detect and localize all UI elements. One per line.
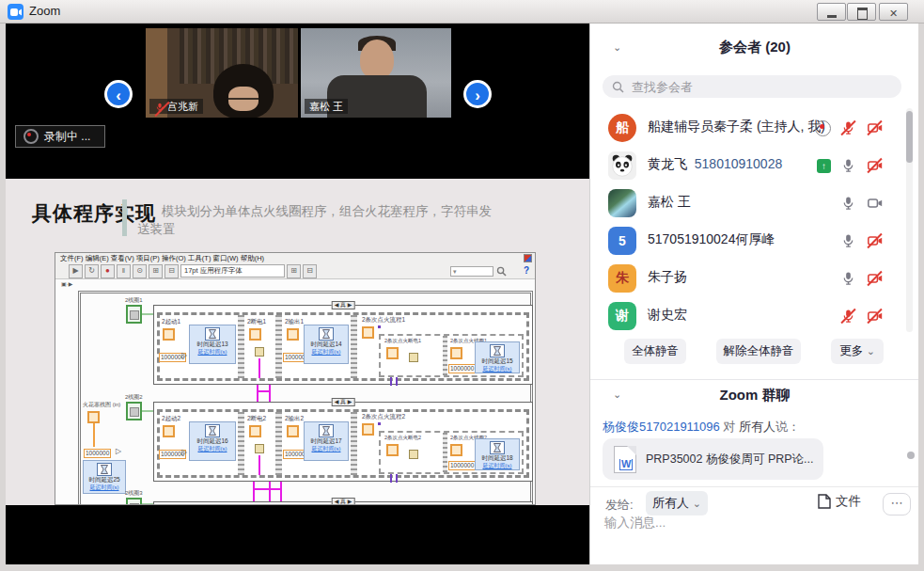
sequence-divider <box>238 315 244 378</box>
search-input[interactable] <box>630 79 869 95</box>
participant-name: 船建辅导员秦子柔 (主持人, 我) <box>648 119 825 135</box>
avatar: 谢 <box>608 302 636 330</box>
participant-row[interactable]: 船 船建辅导员秦子柔 (主持人, 我) <box>590 109 906 147</box>
delay-title: 时间延迟15 <box>476 357 519 365</box>
chat-sender-name[interactable]: 杨俊俊517021911096 <box>603 420 720 434</box>
chevron-right-icon: › <box>475 87 480 104</box>
delay-title: 时间延迟14 <box>305 341 348 348</box>
participant-row[interactable]: 嘉松 王 <box>590 184 906 222</box>
close-button[interactable]: ✕ <box>879 3 908 21</box>
wire <box>390 474 392 483</box>
video-participant-name: 宫兆新 <box>167 99 198 114</box>
frame-label: 2起动1 <box>162 318 180 326</box>
wire <box>142 503 153 505</box>
chevron-left-icon: ‹ <box>116 87 121 104</box>
frame-label: 2条次点火断电2 <box>384 435 421 441</box>
maximize-button[interactable] <box>847 3 876 21</box>
participant-search[interactable] <box>603 75 901 98</box>
participant-row[interactable]: 朱 朱子扬 <box>590 260 906 297</box>
numeric-constant: 1000000 <box>448 364 476 373</box>
wire <box>396 474 398 483</box>
file-name: PRP35002 杨俊俊周可 PRP论... <box>646 452 815 468</box>
chat-footer-divider <box>590 486 918 487</box>
mic-muted-icon <box>840 119 857 136</box>
wire <box>253 482 255 502</box>
mic-icon <box>840 157 857 174</box>
frame-label: 2断电1 <box>247 318 266 326</box>
case-selector-tab: ◀ 真 ▶ <box>332 398 355 406</box>
search-icon <box>612 81 624 93</box>
case-selector-tab: ◀ 真 ▶ <box>332 301 355 309</box>
maximize-icon <box>857 8 868 20</box>
participant-row[interactable]: 5 517051910024何厚峰 <box>590 222 906 260</box>
wire <box>269 482 271 502</box>
previous-videos-button[interactable]: ‹ <box>104 80 133 108</box>
avatar-photo <box>608 189 636 217</box>
participant-row[interactable]: 黄龙飞 518010910028 ↑ <box>590 147 906 184</box>
video-tile-1[interactable]: 宫兆新 <box>146 28 298 118</box>
zoom-app-icon <box>8 4 23 20</box>
daq-node <box>249 425 261 437</box>
daq-node <box>163 425 175 437</box>
close-icon: ✕ <box>889 8 898 19</box>
participant-id: 518010910028 <box>695 156 782 171</box>
more-button[interactable]: 更多 ⌄ <box>831 339 884 364</box>
video-tile-2[interactable]: 嘉松 王 <box>301 28 451 118</box>
wire <box>390 377 392 386</box>
delay-title: 时间延迟17 <box>305 437 348 445</box>
daq-write-icon <box>126 402 142 420</box>
participant-name: 517051910024何厚峰 <box>648 231 775 248</box>
word-document-icon <box>614 446 636 473</box>
time-delay-block: 时间延迟17 延迟时间(s) <box>304 421 349 461</box>
frame-label: 2条次点火流程1 <box>362 316 405 325</box>
chat-preposition: 对 <box>723 420 735 434</box>
send-to-label: 发给: <box>605 497 634 514</box>
video-on-icon <box>867 195 884 212</box>
daq-node <box>362 423 374 436</box>
wire <box>258 358 260 378</box>
mic-icon <box>840 195 857 212</box>
hourglass-icon <box>319 327 334 341</box>
recording-indicator: 录制中 ... <box>15 125 105 148</box>
recording-status-icon <box>815 120 831 136</box>
labview-logo-icon <box>524 254 532 262</box>
wire <box>142 410 153 412</box>
hourglass-icon <box>490 344 505 357</box>
message-input[interactable] <box>603 513 903 558</box>
hourglass-icon <box>205 424 220 437</box>
avatar: 船 <box>608 114 636 142</box>
participants-scrollbar-thumb[interactable] <box>906 111 913 163</box>
participant-row[interactable]: 谢 谢史宏 <box>590 297 906 332</box>
unmute-all-button[interactable]: 解除全体静音 <box>716 339 801 364</box>
daq-node <box>386 347 399 359</box>
wire <box>280 482 282 502</box>
pause-icon: ‖ <box>117 264 131 278</box>
coil-label: 2线圈2 <box>125 394 143 401</box>
mute-all-button[interactable]: 全体静音 <box>624 339 686 364</box>
video-off-icon <box>867 157 884 174</box>
minimize-button[interactable] <box>817 3 846 21</box>
property-node <box>255 444 264 453</box>
zoom-window: Zoom ✕ 宫兆新 嘉松 王 <box>0 0 924 571</box>
daq-node <box>287 328 299 341</box>
sequence-divider <box>443 336 447 375</box>
more-label: 更多 <box>839 344 863 357</box>
numeric-constant: 1000000 <box>448 461 476 470</box>
sequence-divider <box>443 433 447 472</box>
chevron-down-icon: ⌄ <box>867 345 875 357</box>
send-to-value: 所有人 <box>652 496 689 510</box>
case-selector-tab: ◀ 真 ▶ <box>332 498 355 505</box>
file-button[interactable]: 文件 <box>818 493 861 510</box>
frame-label: 2条次点火流程2 <box>362 413 405 421</box>
delay-title: 时间延迟16 <box>190 437 235 445</box>
mic-icon <box>840 232 857 249</box>
time-delay-block: 时间延迟14 延迟时间(s) <box>304 325 349 364</box>
slide-description: 模块划分为单体点火线圈程序，组合火花塞程序，字符串发送装置 <box>137 202 496 238</box>
daq-write-icon <box>126 498 142 505</box>
hourglass-icon <box>319 424 334 437</box>
next-videos-button[interactable]: › <box>463 80 492 108</box>
chat-file-attachment[interactable]: PRP35002 杨俊俊周可 PRP论... <box>603 438 823 480</box>
record-icon <box>23 129 39 144</box>
daq-node <box>249 328 261 341</box>
chat-scrollbar-thumb[interactable] <box>907 452 915 459</box>
